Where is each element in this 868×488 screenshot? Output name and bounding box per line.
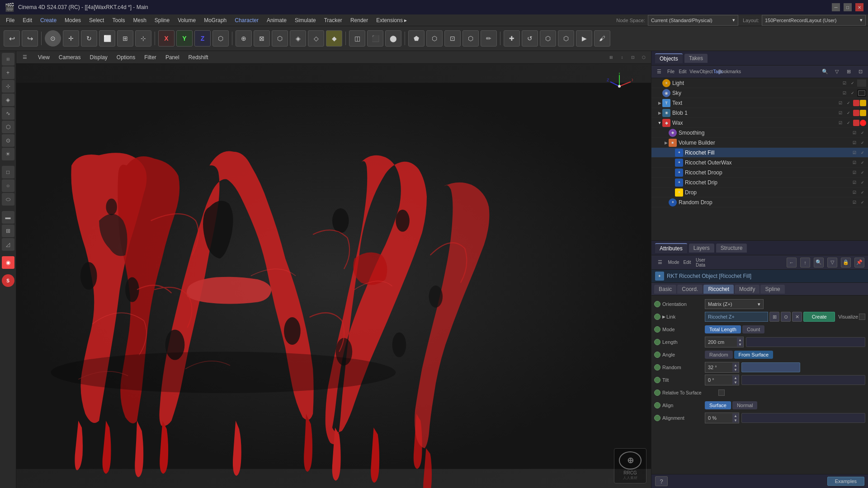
- attr-mode-btn[interactable]: Mode: [669, 258, 679, 267]
- length-down[interactable]: ▼: [737, 342, 743, 347]
- viewport-canvas[interactable]: X Y Z ⊕ RRCG 人人素材: [16, 64, 651, 488]
- sidebar-light-icon[interactable]: ☀: [2, 148, 14, 160]
- sidebar-spline-icon[interactable]: ∿: [2, 107, 14, 120]
- close-button[interactable]: ✕: [855, 3, 863, 11]
- redo-button[interactable]: ↪: [22, 30, 38, 47]
- obj-menu-icon[interactable]: ☰: [654, 67, 664, 77]
- render-btn1[interactable]: ⬟: [408, 30, 425, 47]
- relative-surface-checkbox[interactable]: [718, 389, 725, 396]
- sidebar-deform-icon[interactable]: ⬡: [2, 121, 14, 133]
- attr-tab-basic[interactable]: Basic: [654, 285, 676, 294]
- menu-mograph[interactable]: MoGraph: [200, 16, 230, 24]
- tilt-down[interactable]: ▼: [732, 380, 739, 385]
- flag-render-smoothing[interactable]: ✓: [859, 129, 866, 136]
- menu-select[interactable]: Select: [85, 16, 108, 24]
- menu-tools[interactable]: Tools: [108, 16, 128, 24]
- menu-tracker[interactable]: Tracker: [321, 16, 346, 24]
- node-space-select[interactable]: Current (Standard/Physical) ▾: [648, 15, 738, 26]
- mirror-button[interactable]: ⊠: [254, 30, 270, 47]
- selection-button[interactable]: ⊹: [135, 30, 151, 47]
- flag-vis-row[interactable]: ☑: [851, 159, 858, 166]
- obj-row-text[interactable]: ▶ T Text ☑ ✓: [651, 98, 868, 108]
- attr-menu-icon[interactable]: ☰: [655, 258, 665, 267]
- vp-layout-btn3[interactable]: ⊡: [629, 54, 637, 61]
- tilt-slider[interactable]: [741, 375, 865, 385]
- viewport-btn1[interactable]: ◫: [349, 30, 365, 47]
- edge-button[interactable]: ◇: [308, 30, 324, 47]
- vp-view-menu[interactable]: View: [35, 53, 52, 61]
- random-input[interactable]: [705, 362, 732, 372]
- viewport-btn2[interactable]: ⬛: [367, 30, 383, 47]
- viewport[interactable]: X Y Z ⊕ RRCG 人人素材: [16, 64, 651, 488]
- flag-render-sky[interactable]: ✓: [849, 89, 856, 97]
- obj-object-tool[interactable]: Object: [701, 67, 711, 77]
- transform-button[interactable]: ⊞: [117, 30, 133, 47]
- paint-button[interactable]: ✏: [481, 30, 497, 47]
- link-icon-btn[interactable]: ⊞: [769, 312, 779, 322]
- polygon-button[interactable]: ◈: [290, 30, 306, 47]
- attr-nav-back[interactable]: ←: [787, 258, 797, 267]
- length-input[interactable]: [705, 337, 737, 347]
- vp-filter-menu[interactable]: Filter: [142, 53, 159, 61]
- flag-vis-sky[interactable]: ☑: [841, 89, 848, 97]
- move-tool-button[interactable]: ⊙: [45, 30, 61, 47]
- object-tool-button[interactable]: ⬡: [272, 30, 288, 47]
- examples-button[interactable]: Examples: [827, 477, 864, 486]
- minimize-button[interactable]: ─: [832, 3, 840, 11]
- flag-vis-rf[interactable]: ☑: [851, 149, 858, 156]
- menu-spline[interactable]: Spline: [151, 16, 173, 24]
- sidebar-cube-icon[interactable]: □: [2, 166, 14, 178]
- brush-button[interactable]: 🖌: [594, 30, 610, 47]
- vp-layout-btn2[interactable]: ↕: [618, 54, 626, 61]
- tab-takes[interactable]: Takes: [684, 54, 708, 63]
- render-btn2[interactable]: ⬡: [426, 30, 443, 47]
- menu-modes[interactable]: Modes: [61, 16, 85, 24]
- length-slider[interactable]: [746, 337, 865, 347]
- move-plus-button[interactable]: ✚: [504, 30, 520, 47]
- scale-button[interactable]: ⬜: [99, 30, 115, 47]
- vp-options-menu[interactable]: Options: [114, 53, 138, 61]
- attr-pin-btn[interactable]: 📌: [854, 258, 864, 267]
- menu-character[interactable]: Character: [231, 16, 262, 24]
- attr-search-btn[interactable]: 🔍: [814, 258, 824, 267]
- obj-row-ricochet-outerwax[interactable]: ✦ Ricochet OuterWax ☑ ✓: [651, 158, 868, 168]
- obj-row-light[interactable]: ☀ Light ☑ ✓: [651, 78, 868, 88]
- obj-filter-icon[interactable]: ▽: [832, 67, 842, 77]
- flag-vis-wax[interactable]: ☑: [837, 119, 844, 127]
- menu-animate[interactable]: Animate: [263, 16, 290, 24]
- menu-volume[interactable]: Volume: [174, 16, 199, 24]
- flag-vis-vb[interactable]: ☑: [851, 139, 858, 146]
- align-normal-btn[interactable]: Normal: [732, 401, 757, 409]
- attr-tab-coord[interactable]: Coord.: [677, 285, 703, 294]
- vp-layout-btn1[interactable]: ⊞: [608, 54, 615, 61]
- link-clear-btn[interactable]: ✕: [792, 312, 802, 322]
- attr-arrow-link[interactable]: ▶: [662, 314, 665, 319]
- snap-button[interactable]: ⊕: [236, 30, 252, 47]
- playback-btn[interactable]: ▶: [576, 30, 592, 47]
- sidebar-camera-icon[interactable]: ⊙: [2, 134, 14, 147]
- obj-row-ricochet-drip[interactable]: ✦ Ricochet Drip ☑ ✓: [651, 178, 868, 188]
- sidebar-create-icon[interactable]: +: [2, 66, 14, 79]
- tab-objects[interactable]: Objects: [655, 53, 683, 63]
- vp-display-menu[interactable]: Display: [87, 53, 110, 61]
- random-up[interactable]: ▲: [732, 363, 739, 367]
- vp-layout-btn4[interactable]: ⬡: [640, 54, 647, 61]
- y-axis-button[interactable]: Y: [176, 30, 193, 47]
- alignment-input[interactable]: [705, 413, 732, 423]
- attr-userdata-btn[interactable]: User Data: [696, 258, 706, 267]
- sidebar-sphere-icon[interactable]: ○: [2, 179, 14, 192]
- sidebar-logo-icon[interactable]: S: [2, 274, 14, 287]
- rotate-button[interactable]: ↻: [81, 30, 97, 47]
- flag-render-rdrop[interactable]: ✓: [859, 199, 866, 206]
- vp-menu-icon[interactable]: ☰: [20, 52, 30, 62]
- rotate-ccw-button[interactable]: ↺: [522, 30, 538, 47]
- flag-vis-blob1[interactable]: ☑: [837, 109, 844, 117]
- attr-tab-ricochet[interactable]: Ricochet: [703, 285, 734, 294]
- obj-row-blob1[interactable]: ▶ ◉ Blob 1 ☑ ✓: [651, 108, 868, 118]
- obj-row-smoothing[interactable]: ◆ Smoothing ☑ ✓: [651, 128, 868, 138]
- viewport-btn3[interactable]: ⬤: [385, 30, 401, 47]
- menu-mesh[interactable]: Mesh: [129, 16, 150, 24]
- obj-row-ricochet-fill[interactable]: ✦ Ricochet Fill ☑ ✓: [651, 148, 868, 158]
- obj-row-ricochet-droop[interactable]: ✦ Ricochet Droop ☑ ✓: [651, 168, 868, 178]
- obj-sort-icon[interactable]: ⊞: [844, 67, 854, 77]
